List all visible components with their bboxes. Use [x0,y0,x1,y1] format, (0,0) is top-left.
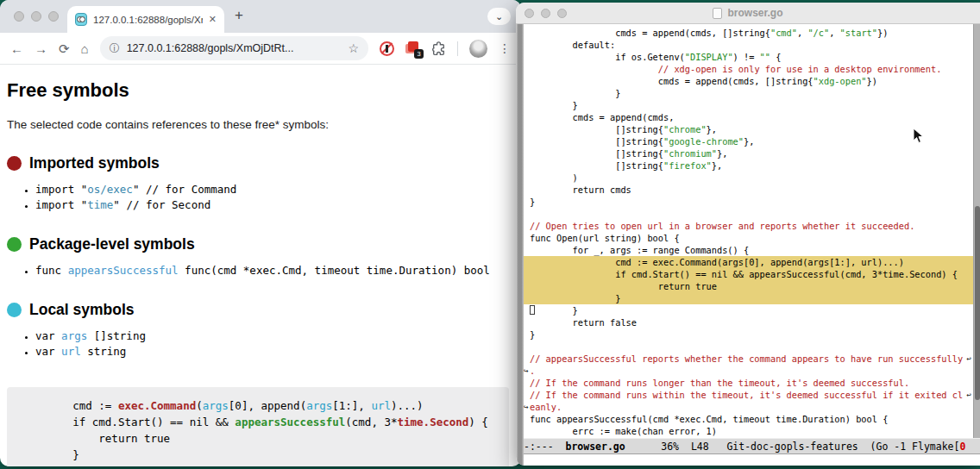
line-continuation-icon: ↪ [524,366,528,376]
tab-close-icon[interactable]: ✕ [209,14,217,25]
page-title: Free symbols [7,79,514,102]
tab-search-button[interactable]: ⌄ [487,8,511,25]
code-line: } [524,328,980,341]
code-line: return false [524,316,980,328]
section-title: Local symbols [29,301,135,319]
code-line: return true [524,280,980,292]
code-line [524,341,980,353]
symbol-list-item: func appearsSuccessful func(cmd *exec.Cm… [35,263,514,278]
echo-area[interactable] [524,454,980,466]
editor-main: cmds = append(cmds, []string{"cmd", "/c"… [524,24,980,466]
section-dot-icon [7,156,22,171]
code-line: errc := make(chan error, 1) [524,425,980,437]
code-line: // xdg-open is only for use in a desktop… [524,63,980,75]
line-wrap-icon: ↩ [967,390,971,400]
close-window-button[interactable] [525,9,534,18]
code-line: } [524,196,980,208]
code-line: cmds = append(cmds, [524,111,980,123]
editor-titlebar[interactable]: browser.go [516,3,980,24]
page-intro: The selected code contains references to… [7,118,514,131]
editor-text[interactable]: cmds = append(cmds, []string{"cmd", "/c"… [524,24,980,438]
code-line: for _, args := range Commands() { [524,244,980,256]
maximize-window-button[interactable] [557,9,567,18]
extension-badge-count: 3 [414,49,424,59]
site-info-icon[interactable]: ⓘ [110,41,120,56]
symbol-sections: Imported symbolsimport "os/exec" // for … [7,154,514,359]
code-line: } [524,87,980,99]
code-line: if os.Getenv("DISPLAY") != "" { [524,51,980,63]
code-line: if cmd.Start() == nil && appearsSuccessf… [524,268,980,280]
code-line: default: [524,39,980,51]
section-title: Imported symbols [29,154,160,172]
section-heading: Imported symbols [7,154,514,172]
code-line: eanly.↪ [524,401,980,413]
line-wrap-icon: ↩ [967,353,971,364]
code-line: []string{"google-chrome"}, [524,135,980,147]
browser-window: 127.0.0.1:62888/gopls/XmOjD ✕ + ⌄ ← → ⟳ … [0,0,521,466]
forward-icon[interactable]: → [35,42,47,55]
text-cursor [530,305,535,315]
page-content: Free symbols The selected code contains … [0,79,521,466]
code-line: } [21,447,495,463]
symbol-list-item: var url string [35,344,514,359]
browser-toolbar: ← → ⟳ ⌂ ⓘ 127.0.0.1:62888/gopls/XmOjDtRt… [0,33,521,65]
home-icon[interactable]: ⌂ [81,42,89,55]
address-bar[interactable]: ⓘ 127.0.0.1:62888/gopls/XmOjDtRt... ☆ [100,36,368,60]
section-dot-icon [7,303,22,317]
code-line: cmd := exec.Command(args[0], append(args… [21,397,495,414]
toolbar-divider [457,41,458,56]
window-controls [14,11,59,22]
code-line: cmd := exec.Command(args[0], append(args… [524,256,980,268]
code-line: return cmds [524,184,980,196]
minimize-window-button[interactable] [31,11,41,22]
code-line: cmds = append(cmds, []string{"cmd", "/c"… [524,27,980,39]
code-line: if cmd.Start() == nil && appearsSuccessf… [21,414,495,430]
scrollbar-thumb[interactable] [975,206,980,400]
tab-title: 127.0.0.1:62888/gopls/XmOjD [93,15,203,25]
profile-avatar[interactable] [469,40,487,58]
symbol-link[interactable]: time [87,198,113,211]
right-scrollbar[interactable] [973,24,980,438]
document-icon [713,8,722,19]
url-text[interactable]: 127.0.0.1:62888/gopls/XmOjDtRt... [127,42,342,54]
code-line: // appearsSuccessful reports whether the… [524,353,980,365]
code-line: func Open(url string) bool { [524,232,980,244]
mouse-cursor [913,128,924,144]
menu-kebab-icon[interactable]: ⋮ [499,41,511,55]
modeline: -:--- browser.go 36% L48 Git-doc-gopls-f… [524,438,980,454]
symbol-link[interactable]: os/exec [87,183,133,196]
section-heading: Local symbols [7,301,514,319]
close-window-button[interactable] [14,11,24,22]
editor-window-controls [525,9,567,18]
editor-window: browser.go cmds = append(cmds, []string{… [516,3,980,466]
symbol-link[interactable]: appearsSuccessful [68,264,179,277]
left-scrollbar[interactable] [516,24,524,466]
symbol-list-item: import "time" // for Second [35,197,514,212]
code-line: []string{"chrome"}, [524,123,980,135]
code-line: ) [524,172,980,184]
maximize-window-button[interactable] [48,11,59,22]
bookmark-star-icon[interactable]: ☆ [348,41,359,55]
section-title: Package-level symbols [29,235,195,253]
symbol-list-item: var args []string [35,328,514,343]
code-line [524,208,980,220]
code-line: return true [21,430,495,447]
tab-strip: 127.0.0.1:62888/gopls/XmOjD ✕ + ⌄ [0,0,521,33]
adblocker-extension-icon[interactable] [380,41,394,56]
code-line: } [524,304,980,316]
browser-tab[interactable]: 127.0.0.1:62888/gopls/XmOjD ✕ [67,6,224,33]
symbol-link[interactable]: url [61,345,81,358]
code-line: } [524,99,980,111]
code-line: func appearsSuccessful(cmd *exec.Cmd, ti… [524,413,980,425]
minimize-window-button[interactable] [541,9,550,18]
code-line: // If the command runs longer than the t… [524,377,980,389]
reload-icon[interactable]: ⟳ [59,42,70,55]
new-tab-button[interactable]: + [235,7,243,24]
code-line: .↪ [524,365,980,377]
extension-badge-icon[interactable]: 3 [405,41,420,55]
code-line: } [524,292,980,304]
extensions-puzzle-icon[interactable] [431,41,446,56]
code-line: cmds = append(cmds, []string{"xdg-open"}… [524,75,980,87]
back-icon[interactable]: ← [10,42,23,55]
symbol-link[interactable]: args [61,329,87,342]
